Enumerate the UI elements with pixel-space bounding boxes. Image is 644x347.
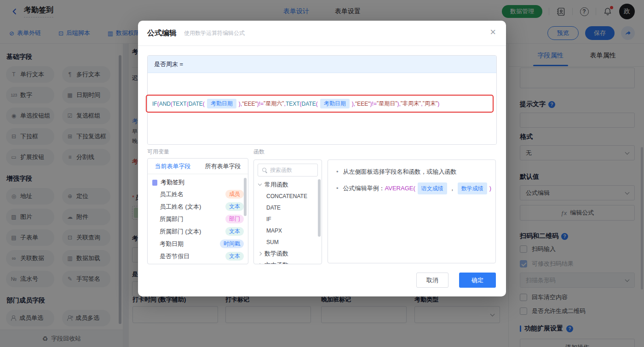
- confirm-button[interactable]: 确定: [459, 273, 496, 288]
- function-group-数学函数[interactable]: 数学函数: [254, 248, 322, 259]
- formula-token: (: [203, 101, 205, 107]
- formula-token: TEXT: [172, 101, 187, 107]
- formula-token: TEXT: [286, 101, 300, 107]
- help-line-1: 从左侧面板选择字段名和函数，或输入函数: [336, 167, 487, 177]
- bullet-icon: [336, 167, 339, 177]
- formula-token: "周末": [423, 100, 438, 108]
- cancel-button[interactable]: 取消: [416, 273, 448, 288]
- chevron-right-icon: [258, 251, 262, 255]
- chevron-down-icon: [258, 182, 262, 186]
- formula-token: "非周末": [401, 100, 421, 108]
- modal-title: 公式编辑: [147, 28, 177, 38]
- tab-current-form-fields[interactable]: 当前表单字段: [148, 159, 198, 174]
- formula-line: IF(AND(TEXT(DATE(考勤日期),"EEE")!="星期六",TEX…: [152, 95, 439, 113]
- formula-token: "星期六": [264, 100, 284, 108]
- formula-help-panel: 从左侧面板选择字段名和函数，或输入函数 公式编辑举例：AVERAGE(语文成绩，…: [328, 159, 496, 263]
- bullet-icon: [336, 183, 339, 193]
- formula-token: DATE: [189, 101, 203, 107]
- variable-考勤日期[interactable]: 考勤日期时间戳: [148, 238, 248, 250]
- page: 考勤签到 表单设计 表单设置 数据管理 政 表单外链: [0, 0, 644, 347]
- field-chip: 数学成绩: [458, 182, 487, 194]
- function-search[interactable]: [258, 164, 318, 176]
- close-icon[interactable]: [490, 27, 496, 37]
- formula-token: 公式编辑举例：: [343, 183, 385, 193]
- formula-code-area[interactable]: IF(AND(TEXT(DATE(考勤日期),"EEE")!="星期六",TEX…: [148, 73, 496, 144]
- variable-name: 员工姓名 (文本): [160, 203, 201, 211]
- function-CONCATENATE[interactable]: CONCATENATE: [254, 190, 322, 202]
- search-icon: [262, 167, 267, 173]
- function-group-常用函数[interactable]: 常用函数: [254, 179, 322, 190]
- formula-editor: 是否周末 = IF(AND(TEXT(DATE(考勤日期),"EEE")!="星…: [147, 55, 497, 145]
- formula-token: ): [489, 183, 491, 193]
- variable-name: 员工姓名: [160, 190, 184, 199]
- group-label: 常用函数: [264, 181, 288, 189]
- field-chip: 考勤日期: [207, 99, 236, 108]
- help-example: 公式编辑举例：AVERAGE(语文成绩，数学成绩): [343, 182, 492, 194]
- root-label: 考勤签到: [161, 178, 184, 187]
- variables-list: 员工姓名成员员工姓名 (文本)文本所属部门部门所属部门 (文本)文本考勤日期时间…: [148, 188, 248, 262]
- function-group-文本函数[interactable]: 文本函数: [254, 259, 322, 264]
- functions-label: 函数: [253, 148, 264, 156]
- variable-所属部门[interactable]: 所属部门部门: [148, 213, 248, 225]
- variable-name: 是否节假日: [160, 252, 190, 261]
- modal-header: 公式编辑 使用数学运算符编辑公式: [138, 21, 506, 46]
- chevron-right-icon: [258, 263, 262, 264]
- formula-token: (: [316, 101, 318, 107]
- functions-scrollbar[interactable]: [318, 179, 321, 237]
- functions-panel: 常用函数CONCATENATEDATEIFMAPXSUM数学函数文本函数: [253, 159, 322, 264]
- variable-所属部门 (文本)[interactable]: 所属部门 (文本)文本: [148, 225, 248, 238]
- variable-是否节假日[interactable]: 是否节假日文本: [148, 250, 248, 262]
- help-text: 从左侧面板选择字段名和函数，或输入函数: [343, 167, 457, 177]
- variables-tabs: 当前表单字段 所有表单字段: [148, 159, 248, 174]
- variable-员工姓名[interactable]: 员工姓名成员: [148, 188, 248, 200]
- type-badge: 成员: [225, 190, 244, 199]
- variable-name: 所属部门 (文本): [160, 228, 201, 236]
- function-SUM[interactable]: SUM: [254, 236, 322, 248]
- modal-subtitle: 使用数学运算符编辑公式: [184, 29, 245, 37]
- formula-target: 是否周末 =: [148, 56, 496, 73]
- formula-token: AND: [159, 101, 171, 107]
- type-badge: 文本: [225, 252, 244, 261]
- formula-token: ),: [352, 101, 355, 107]
- formula-token: )!=: [257, 101, 264, 107]
- field-chip: 语文成绩: [418, 182, 447, 194]
- function-IF[interactable]: IF: [254, 213, 322, 225]
- function-search-input[interactable]: [270, 167, 311, 173]
- type-badge: 时间戳: [220, 239, 244, 248]
- type-badge: 文本: [225, 202, 244, 211]
- type-badge: 部门: [225, 215, 244, 223]
- variable-员工姓名 (文本)[interactable]: 员工姓名 (文本)文本: [148, 200, 248, 213]
- help-line-2: 公式编辑举例：AVERAGE(语文成绩，数学成绩): [336, 182, 487, 194]
- formula-token: ),: [397, 101, 400, 107]
- variables-label: 可用变量: [147, 148, 169, 156]
- variables-scrollbar[interactable]: [244, 178, 247, 216]
- formula-token: ),: [239, 101, 242, 107]
- group-label: 文本函数: [264, 261, 288, 265]
- tab-all-form-fields[interactable]: 所有表单字段: [198, 159, 248, 174]
- formula-token: ): [437, 101, 439, 107]
- formula-token: IF: [152, 101, 157, 107]
- formula-token: ，: [449, 183, 455, 193]
- variable-name: 考勤日期: [160, 240, 184, 248]
- formula-token: )!=: [370, 101, 377, 107]
- formula-token: "星期日": [377, 100, 397, 108]
- form-file-icon: [152, 180, 157, 186]
- function-MAPX[interactable]: MAPX: [254, 225, 322, 236]
- field-chip: 考勤日期: [320, 99, 350, 108]
- formula-token: "EEE": [242, 101, 257, 107]
- formula-edit-modal: 公式编辑 使用数学运算符编辑公式 是否周末 = IF(AND(TEXT(DATE…: [138, 21, 506, 296]
- formula-token: DATE: [302, 101, 316, 107]
- formula-token: "EEE": [355, 101, 370, 107]
- functions-list: 常用函数CONCATENATEDATEIFMAPXSUM数学函数文本函数: [254, 179, 322, 264]
- function-DATE[interactable]: DATE: [254, 202, 322, 213]
- group-label: 数学函数: [264, 250, 288, 258]
- type-badge: 文本: [225, 227, 244, 236]
- variable-name: 所属部门: [160, 215, 184, 223]
- formula-token: AVERAGE(: [385, 183, 415, 193]
- variables-tree-root[interactable]: 考勤签到: [148, 174, 248, 188]
- variables-panel: 当前表单字段 所有表单字段 考勤签到 员工姓名成员员工姓名 (文本)文本所属部门…: [147, 158, 248, 264]
